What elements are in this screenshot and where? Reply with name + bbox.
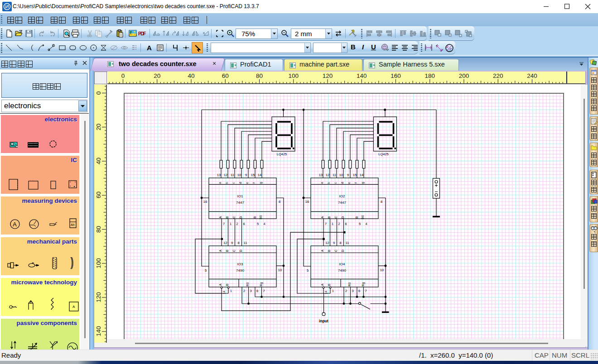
svg-text:R0: R0 — [246, 282, 249, 286]
svg-text:B: B — [226, 249, 229, 252]
svg-text:9: 9 — [333, 241, 335, 245]
svg-text:12: 12 — [223, 241, 227, 245]
svg-text:A: A — [321, 283, 324, 286]
svg-text:5: 5 — [359, 222, 361, 226]
svg-text:10: 10 — [339, 173, 343, 177]
svg-text:B: B — [328, 283, 331, 286]
svg-text:LQ425: LQ425 — [277, 152, 287, 156]
svg-text:9: 9 — [347, 173, 349, 177]
svg-text:A: A — [219, 249, 222, 252]
svg-text:11: 11 — [231, 173, 234, 177]
svg-text:6: 6 — [256, 289, 258, 293]
svg-text:3: 3 — [352, 289, 353, 293]
svg-text:8: 8 — [339, 241, 341, 245]
svg-text:2: 2 — [345, 289, 347, 293]
svg-text:IO1: IO1 — [237, 194, 243, 198]
svg-text:PDF: PDF — [138, 31, 146, 36]
svg-text:Rg: Rg — [260, 282, 263, 286]
svg-text:6: 6 — [345, 222, 347, 226]
svg-text:2: 2 — [243, 289, 245, 293]
svg-text:LQ425: LQ425 — [378, 152, 389, 156]
svg-text:10: 10 — [278, 268, 282, 272]
svg-text:f: f — [354, 182, 357, 183]
svg-text:1: 1 — [230, 222, 231, 226]
svg-text:15: 15 — [353, 173, 357, 177]
svg-text:IO2: IO2 — [339, 194, 345, 198]
svg-text:D: D — [239, 216, 242, 218]
svg-text:d: d — [341, 182, 344, 184]
svg-text:B: B — [355, 216, 358, 218]
svg-text:a: a — [320, 182, 323, 184]
svg-text:11: 11 — [346, 241, 349, 245]
svg-text:d: d — [239, 182, 242, 184]
svg-text:13: 13 — [319, 173, 323, 177]
svg-text:12: 12 — [325, 241, 329, 245]
svg-text:5: 5 — [307, 268, 309, 273]
svg-text:A: A — [321, 249, 324, 252]
svg-text:1: 1 — [332, 222, 333, 226]
svg-text:R0: R0 — [348, 282, 351, 286]
svg-text:5: 5 — [257, 222, 259, 226]
svg-text:A: A — [219, 283, 222, 286]
svg-text:14: 14 — [360, 173, 363, 177]
svg-text:D: D — [341, 249, 344, 252]
svg-text:e: e — [246, 182, 249, 184]
svg-text:5: 5 — [205, 268, 207, 273]
svg-text:1: 1 — [332, 289, 334, 292]
svg-text:7: 7 — [263, 289, 265, 293]
svg-text:7: 7 — [365, 289, 367, 293]
svg-text:9: 9 — [245, 173, 247, 177]
svg-text:B: B — [226, 283, 229, 286]
svg-text:B: B — [253, 216, 256, 218]
svg-text:D: D — [341, 216, 344, 218]
svg-text:15: 15 — [251, 173, 255, 177]
svg-text:16: 16 — [305, 200, 309, 204]
svg-text:g: g — [361, 182, 365, 184]
svg-text:c: c — [232, 182, 235, 184]
svg-text:10: 10 — [380, 268, 384, 272]
svg-text:input: input — [319, 319, 328, 323]
svg-text:14: 14 — [324, 291, 328, 294]
svg-text:B0: B0 — [259, 216, 262, 220]
svg-text:16: 16 — [203, 200, 207, 204]
svg-text:IO3: IO3 — [237, 262, 243, 266]
svg-text:7447: 7447 — [338, 201, 346, 205]
svg-text:c: c — [334, 182, 337, 184]
svg-text:f: f — [252, 182, 256, 183]
svg-text:B0: B0 — [361, 216, 364, 220]
svg-text:7447: 7447 — [236, 201, 244, 205]
svg-text:B: B — [226, 216, 229, 218]
svg-text:7490: 7490 — [236, 268, 244, 273]
svg-text:b: b — [327, 182, 330, 184]
svg-text:2: 2 — [338, 222, 340, 226]
svg-text:8: 8 — [279, 200, 280, 204]
svg-text:D: D — [239, 249, 242, 252]
svg-text:C: C — [334, 249, 338, 252]
svg-text:C: C — [232, 216, 236, 218]
svg-text:1: 1 — [230, 289, 232, 292]
svg-text:C: C — [232, 249, 236, 252]
svg-text:A: A — [13, 221, 17, 228]
svg-text:11: 11 — [244, 241, 247, 245]
svg-text:10: 10 — [237, 173, 241, 177]
svg-text:IO4: IO4 — [339, 262, 345, 266]
svg-text:A: A — [147, 44, 152, 52]
svg-text:11: 11 — [333, 173, 336, 177]
svg-text:4: 4 — [365, 222, 367, 226]
svg-text:A: A — [219, 216, 222, 218]
svg-text:8: 8 — [237, 241, 239, 245]
svg-text:Ah: Ah — [71, 223, 75, 226]
svg-text:8: 8 — [381, 200, 382, 204]
svg-text:14: 14 — [258, 173, 261, 177]
svg-text:B: B — [328, 216, 331, 218]
svg-text:14: 14 — [222, 291, 226, 294]
svg-text:e: e — [347, 182, 351, 184]
svg-text:9: 9 — [231, 241, 233, 245]
svg-text:6: 6 — [358, 289, 360, 293]
svg-text:12: 12 — [326, 173, 329, 177]
svg-text:7490: 7490 — [338, 268, 346, 273]
svg-text:A: A — [321, 216, 324, 218]
svg-text:A: A — [72, 305, 75, 309]
svg-text:2: 2 — [236, 222, 238, 226]
svg-text:12: 12 — [224, 173, 227, 177]
